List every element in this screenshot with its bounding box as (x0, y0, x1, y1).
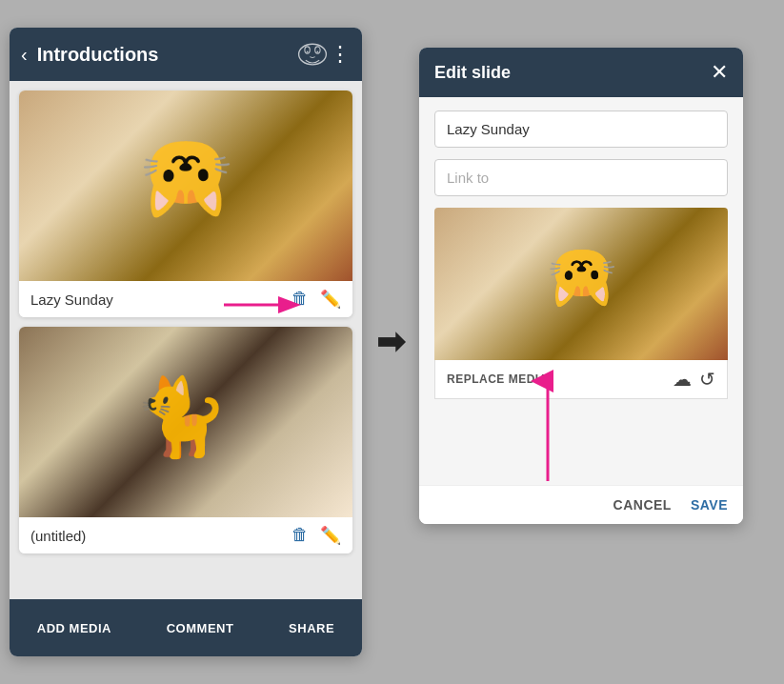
slide-label-2: (untitled) (30, 528, 291, 544)
left-header: ‹ Introductions ⋮ (10, 28, 362, 81)
cancel-button[interactable]: CANCEL (613, 497, 672, 513)
slides-list: Lazy Sunday 🗑 ✏️ (untitled) 🗑 ✏️ (10, 81, 362, 599)
title-input[interactable] (434, 111, 728, 148)
rotate-icon[interactable]: ↺ (699, 368, 715, 391)
pink-arrow-1 (224, 281, 319, 329)
svg-point-3 (307, 50, 309, 52)
back-button[interactable]: ‹ (21, 44, 28, 66)
add-media-button[interactable]: ADD MEDIA (37, 621, 111, 635)
slide-actions-2: 🗑 ✏️ (291, 525, 341, 546)
edit-footer: CANCEL SAVE (419, 485, 743, 524)
cloud-upload-icon[interactable]: ☁ (673, 368, 692, 391)
edit-panel-title: Edit slide (434, 63, 711, 83)
main-scene: ‹ Introductions ⋮ Lazy Sunday 🗑 (0, 0, 784, 684)
replace-media-bar: REPLACE MEDIA ☁ ↺ (434, 360, 728, 399)
more-options-button[interactable]: ⋮ (330, 42, 351, 67)
save-button[interactable]: SAVE (691, 497, 728, 513)
edit-body: REPLACE MEDIA ☁ ↺ (419, 97, 743, 485)
panel-title: Introductions (37, 44, 295, 66)
link-input[interactable] (434, 159, 728, 196)
right-panel: Edit slide ✕ REPLACE MEDIA ☁ ↺ CANCEL SA… (419, 48, 743, 524)
share-button[interactable]: SHARE (289, 621, 334, 635)
slide-card-2[interactable]: (untitled) 🗑 ✏️ (19, 327, 352, 553)
avatar-icon (295, 41, 330, 68)
left-panel: ‹ Introductions ⋮ Lazy Sunday 🗑 (10, 28, 362, 656)
slide-footer-2: (untitled) 🗑 ✏️ (19, 517, 352, 553)
slide-image-1 (19, 91, 352, 281)
close-button[interactable]: ✕ (711, 60, 728, 85)
edit-icon-1[interactable]: ✏️ (320, 289, 341, 310)
edit-icon-2[interactable]: ✏️ (320, 525, 341, 546)
transition-arrow: ➡ (362, 322, 419, 362)
slide-image-2 (19, 327, 352, 517)
delete-icon-2[interactable]: 🗑 (291, 525, 309, 546)
comment-button[interactable]: COMMENT (167, 621, 234, 635)
right-header: Edit slide ✕ (419, 48, 743, 97)
media-section: REPLACE MEDIA ☁ ↺ (434, 208, 728, 399)
svg-point-4 (317, 50, 319, 52)
pink-arrow-2 (529, 362, 567, 486)
svg-point-0 (299, 44, 327, 65)
media-preview (434, 208, 728, 360)
bottom-bar: ADD MEDIA COMMENT SHARE (10, 599, 362, 656)
